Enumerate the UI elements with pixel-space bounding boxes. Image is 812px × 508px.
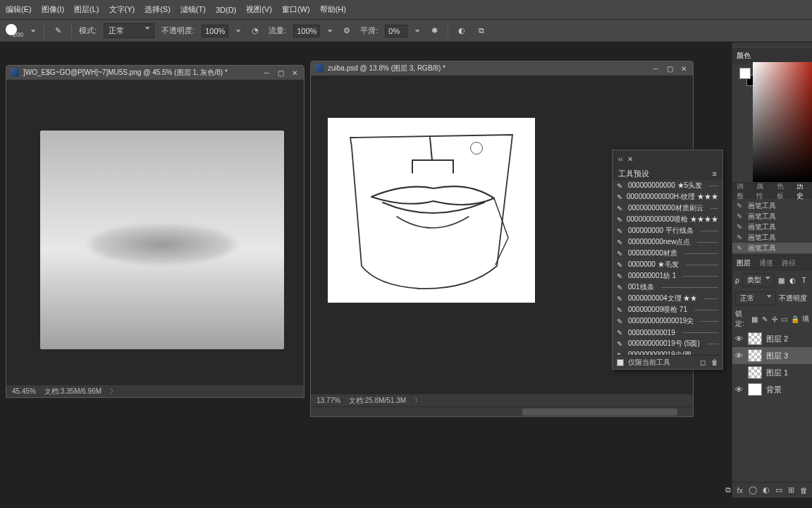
flow-input[interactable]: 100% <box>293 25 320 37</box>
preset-item[interactable]: ✎000000000019 <box>613 327 722 338</box>
layer-name[interactable]: 图层 1 <box>766 368 788 378</box>
panel-header[interactable]: ‹‹ ✕ <box>613 150 722 167</box>
close-icon[interactable]: ✕ <box>627 155 633 163</box>
menu-filter[interactable]: 滤镜(T) <box>180 4 206 15</box>
preset-item[interactable]: ✎000000001纺 1 <box>613 270 722 282</box>
preset-item[interactable]: ✎000000000019尖/圆 <box>613 349 722 355</box>
layer-thumbnail[interactable] <box>748 332 762 345</box>
preset-item[interactable]: ✎000000000000 ★5头发 <box>613 180 722 191</box>
preset-item[interactable]: ✎000000000019号 (5圆) <box>613 338 722 349</box>
layer-blend-dropdown[interactable]: 正常 <box>735 291 776 306</box>
tab-adjustments[interactable]: 调整 <box>737 181 748 201</box>
maximize-button[interactable]: ▢ <box>665 64 675 73</box>
lock-artboard-icon[interactable]: ▭ <box>781 315 788 323</box>
layer-name[interactable]: 背景 <box>766 385 782 395</box>
caret-icon[interactable]: 〉 <box>414 396 422 406</box>
zoom-value[interactable]: 13.77% <box>316 397 340 404</box>
filter-type-icon[interactable]: T <box>800 276 808 284</box>
titlebar[interactable]: zuiba.psd @ 13.8% (图层 3, RGB/8) * ─ ▢ ✕ <box>311 61 693 75</box>
preset-item[interactable]: ✎0000000004文理 ★★ <box>613 293 722 304</box>
layer-row[interactable]: 图层 1 <box>732 364 812 381</box>
layer-row[interactable]: 👁图层 3 <box>732 347 812 364</box>
layer-kind-dropdown[interactable]: 类型 <box>742 273 775 287</box>
tab-color[interactable]: 颜色 <box>737 51 751 61</box>
layer-thumbnail[interactable] <box>748 366 762 379</box>
panel-menu-icon[interactable]: ≡ <box>713 169 717 178</box>
layer-row[interactable]: 👁图层 2 <box>732 330 812 347</box>
brush-panel-icon[interactable]: ✎ <box>51 25 64 37</box>
preset-item[interactable]: ✎000000000材质 <box>613 248 722 259</box>
preset-item[interactable]: ✎000000009喷枪 71 <box>613 304 722 315</box>
menu-edit[interactable]: 编辑(E) <box>6 4 32 15</box>
tab-swatches[interactable]: 色板 <box>777 181 788 201</box>
preset-item[interactable]: ✎001线条 <box>613 282 722 293</box>
scroll-thumb[interactable] <box>522 409 677 416</box>
visibility-toggle[interactable] <box>735 368 744 377</box>
menu-image[interactable]: 图像(I) <box>42 4 64 15</box>
scrollbar-horizontal[interactable] <box>311 406 693 416</box>
lock-transparency-icon[interactable]: ▦ <box>751 315 758 323</box>
preset-item[interactable]: ✎000000000000019尖 <box>613 315 722 327</box>
titlebar[interactable]: ]WO_E$G~GO@P[WH]~7]MU5S.png @ 45.5% (图层 … <box>6 66 304 80</box>
smoothing-options-icon[interactable]: ✱ <box>428 25 441 37</box>
visibility-toggle[interactable]: 👁 <box>735 334 744 343</box>
tab-paths[interactable]: 路径 <box>782 258 796 268</box>
minimize-button[interactable]: ─ <box>262 68 271 77</box>
group-icon[interactable]: ▭ <box>775 485 782 495</box>
menu-window[interactable]: 窗口(W) <box>282 4 310 15</box>
layer-name[interactable]: 图层 3 <box>766 351 788 361</box>
delete-preset-icon[interactable]: 🗑 <box>711 358 718 366</box>
close-button[interactable]: ✕ <box>679 64 689 73</box>
layer-thumbnail[interactable] <box>748 349 762 362</box>
delete-layer-icon[interactable]: 🗑 <box>800 486 808 495</box>
lock-position-icon[interactable]: ✢ <box>771 315 778 323</box>
history-item[interactable]: ✎画笔工具 <box>732 200 812 211</box>
menu-help[interactable]: 帮助(H) <box>320 4 346 15</box>
new-layer-icon[interactable]: ⊞ <box>788 485 794 495</box>
layer-row[interactable]: 👁背景 <box>732 381 812 398</box>
zoom-value[interactable]: 45.45% <box>12 387 36 395</box>
preset-item[interactable]: ✎000000000000H-纹理 ★★★ <box>613 191 722 202</box>
opacity-input[interactable]: 100% <box>202 25 228 37</box>
history-item[interactable]: ✎画笔工具 <box>732 243 812 253</box>
tab-history[interactable]: 历史 <box>796 181 808 201</box>
pressure-opacity-icon[interactable]: ◔ <box>249 25 262 37</box>
menu-layer[interactable]: 图层(L) <box>74 4 99 15</box>
fx-icon[interactable]: fx <box>737 486 743 495</box>
layer-list[interactable]: 👁图层 2👁图层 3图层 1👁背景 <box>732 330 812 482</box>
preset-item[interactable]: ✎000000000new点点 <box>613 236 722 248</box>
layer-thumbnail[interactable] <box>748 383 762 396</box>
current-tool-checkbox[interactable] <box>617 359 624 366</box>
menu-select[interactable]: 选择(S) <box>144 4 171 15</box>
color-picker-field[interactable] <box>753 62 812 182</box>
history-item[interactable]: ✎画笔工具 <box>732 232 812 243</box>
blend-mode-dropdown[interactable]: 正常 <box>104 23 154 38</box>
pressure-size-icon[interactable]: ◐ <box>455 25 468 37</box>
menu-3d[interactable]: 3D(D) <box>216 6 236 14</box>
tab-channels[interactable]: 通道 <box>759 258 773 268</box>
preset-item[interactable]: ✎000000000000喷枪 ★★★★ <box>613 214 722 225</box>
preset-list[interactable]: ✎000000000000 ★5头发✎000000000000H-纹理 ★★★✎… <box>613 180 722 355</box>
lock-all-icon[interactable]: 🔒 <box>791 315 799 323</box>
layer-name[interactable]: 图层 2 <box>766 334 788 344</box>
airbrush-icon[interactable]: ⚙ <box>340 25 353 37</box>
tab-layers[interactable]: 图层 <box>737 258 751 268</box>
preset-item[interactable]: ✎000000000 平行线条 <box>613 225 722 236</box>
history-item[interactable]: ✎画笔工具 <box>732 222 812 232</box>
filter-image-icon[interactable]: ▦ <box>777 276 786 284</box>
menu-view[interactable]: 视图(V) <box>246 4 272 15</box>
new-preset-icon[interactable]: ◻ <box>700 358 706 366</box>
mask-icon[interactable]: ◯ <box>749 485 757 495</box>
lock-pixels-icon[interactable]: ✎ <box>761 315 768 323</box>
collapse-icon[interactable]: ‹‹ <box>618 155 623 163</box>
visibility-toggle[interactable]: 👁 <box>735 385 744 394</box>
link-layers-icon[interactable]: ⧉ <box>725 485 731 495</box>
preset-item[interactable]: ✎0000000 ★毛发 <box>613 259 722 270</box>
history-item[interactable]: ✎画笔工具 <box>732 211 812 222</box>
menu-type[interactable]: 文字(Y) <box>109 4 135 15</box>
minimize-button[interactable]: ─ <box>651 64 660 73</box>
maximize-button[interactable]: ▢ <box>276 68 285 77</box>
caret-icon[interactable]: 〉 <box>110 387 117 397</box>
history-list[interactable]: ✎画笔工具✎画笔工具✎画笔工具✎画笔工具✎画笔工具 <box>732 199 812 255</box>
smoothing-input[interactable]: 0% <box>385 25 407 37</box>
